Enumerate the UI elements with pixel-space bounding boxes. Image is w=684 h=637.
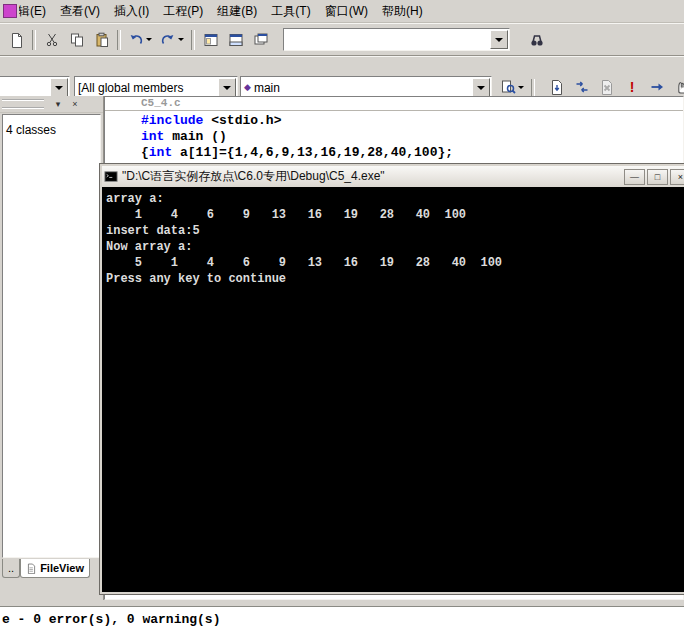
console-line: Now array a:	[106, 239, 684, 255]
tab-classview[interactable]: ..	[2, 559, 20, 578]
class-tree[interactable]: 4 classes	[2, 114, 101, 558]
menu-item[interactable]: 辑(E)	[19, 1, 53, 22]
tab-label: ..	[8, 562, 14, 574]
console-line: insert data:5	[106, 223, 684, 239]
editor-caption: C5_4.c	[105, 97, 683, 111]
close-pane-button[interactable]: ×	[67, 97, 83, 111]
find-combo-dropdown-button[interactable]	[490, 30, 508, 49]
redo-icon[interactable]	[156, 28, 188, 52]
menu-item[interactable]: 插入(I)	[107, 1, 156, 22]
console-window[interactable]: "D:\C语言实例存放点\C6.0专用\Debug\C5_4.exe" —□× …	[99, 163, 684, 595]
console-line: Press any key to continue	[106, 271, 684, 287]
toolbar-separator	[32, 30, 36, 50]
vc6-ide-window: 辑(E)查看(V)插入(I)工程(P)组建(B)工具(T)窗口(W)帮助(H) …	[0, 0, 684, 105]
console-title: "D:\C语言实例存放点\C6.0专用\Debug\C5_4.exe"	[122, 168, 684, 185]
dropdown-caret-icon[interactable]	[518, 86, 524, 89]
code-line: int main ()	[141, 129, 683, 145]
console-icon	[104, 170, 118, 184]
toolbar-separator	[117, 30, 121, 50]
console-window-buttons: —□×	[624, 169, 684, 185]
menu-item[interactable]: 组建(B)	[210, 1, 264, 22]
members-combo-value[interactable]: [All global members	[75, 81, 217, 95]
menu-bar: 辑(E)查看(V)插入(I)工程(P)组建(B)工具(T)窗口(W)帮助(H)	[0, 0, 684, 23]
dropdown-caret-icon[interactable]	[178, 38, 184, 41]
code-line: #include <stdio.h>	[141, 113, 683, 129]
dropdown-caret-icon[interactable]	[146, 38, 152, 41]
menu-items: 辑(E)查看(V)插入(I)工程(P)组建(B)工具(T)窗口(W)帮助(H)	[19, 1, 430, 22]
workspace-window-icon[interactable]	[198, 28, 223, 52]
maximize-button[interactable]: □	[647, 169, 668, 185]
menu-item[interactable]: 工具(T)	[264, 1, 317, 22]
output-window-icon[interactable]	[223, 28, 248, 52]
tab-label: FileView	[40, 562, 84, 574]
minimize-button[interactable]: —	[624, 169, 645, 185]
document-icon	[3, 4, 17, 18]
paste-icon[interactable]	[89, 28, 114, 52]
workspace-grip-bar: ▾×	[0, 96, 103, 113]
code-area[interactable]: #include <stdio.h>int main (){int a[11]=…	[105, 111, 683, 161]
code-line: {int a[11]={1,4,6,9,13,16,19,28,40,100};	[141, 145, 683, 161]
menu-item[interactable]: 查看(V)	[53, 1, 107, 22]
tree-root-label[interactable]: 4 classes	[6, 123, 56, 137]
pane-gripper[interactable]	[2, 99, 44, 109]
cut-icon[interactable]	[39, 28, 64, 52]
toolbar-separator	[191, 30, 195, 50]
menu-item[interactable]: 工程(P)	[156, 1, 210, 22]
windows-cascade-icon[interactable]	[248, 28, 273, 52]
console-line: 5 1 4 6 9 13 16 19 28 40 100	[106, 255, 684, 271]
function-diamond-icon: ◆	[244, 83, 251, 92]
function-combo-value[interactable]: ◆main	[241, 81, 471, 95]
build-output-pane: e - 0 error(s), 0 warning(s)	[0, 600, 684, 637]
menu-item[interactable]: 窗口(W)	[318, 1, 375, 22]
members-combo-dropdown-button[interactable]	[218, 78, 236, 97]
pane-menu-button[interactable]: ▾	[50, 97, 66, 111]
workspace-strip-buttons: ▾×	[50, 97, 83, 111]
file-icon	[26, 563, 37, 574]
console-text: array a: 1 4 6 9 13 16 19 28 40 100inser…	[106, 191, 684, 287]
workspace-tabs: ..FileView	[0, 559, 103, 578]
standard-toolbar	[0, 23, 684, 56]
close-button[interactable]: ×	[670, 169, 684, 185]
workspace-pane: ▾× 4 classes ..FileView	[0, 96, 104, 600]
console-line: array a:	[106, 191, 684, 207]
undo-icon[interactable]	[124, 28, 156, 52]
find-combo[interactable]	[283, 28, 510, 51]
find-in-files-icon[interactable]	[524, 28, 549, 52]
function-combo-dropdown-button[interactable]	[472, 78, 490, 97]
svg-text:!: !	[629, 79, 634, 95]
build-output-area[interactable]: e - 0 error(s), 0 warning(s)	[0, 606, 684, 637]
console-line: 1 4 6 9 13 16 19 28 40 100	[106, 207, 684, 223]
console-title-bar[interactable]: "D:\C语言实例存放点\C6.0专用\Debug\C5_4.exe" —□×	[102, 166, 684, 188]
copy-icon[interactable]	[64, 28, 89, 52]
build-status-text: e - 0 error(s), 0 warning(s)	[2, 612, 682, 627]
new-document-icon[interactable]	[4, 28, 29, 52]
menu-item[interactable]: 帮助(H)	[375, 1, 430, 22]
tab-fileview[interactable]: FileView	[20, 559, 90, 578]
class-combo-dropdown-button[interactable]	[50, 78, 68, 97]
console-output[interactable]: array a: 1 4 6 9 13 16 19 28 40 100inser…	[102, 187, 684, 592]
